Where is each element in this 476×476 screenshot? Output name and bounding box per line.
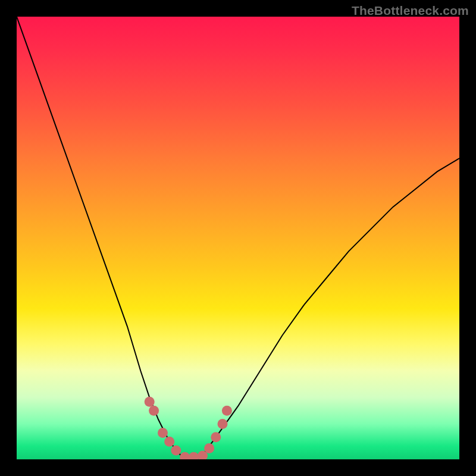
highlight-dot [145,397,155,407]
highlight-dot [211,432,221,442]
chart-frame: TheBottleneck.com [0,0,476,476]
highlight-dot [158,428,168,438]
bottleneck-curve [17,17,459,459]
highlight-dot [149,406,159,416]
curve-layer [17,17,459,459]
plot-area [17,17,459,459]
chart-svg [17,17,459,459]
highlight-dot [222,406,232,416]
highlight-dot [180,452,190,459]
marker-layer [145,397,232,459]
highlight-dot [204,443,214,453]
watermark-text: TheBottleneck.com [352,4,469,18]
highlight-dot [171,446,181,456]
highlight-dot [164,437,174,447]
highlight-dot [218,419,228,429]
highlight-dot [189,452,199,459]
